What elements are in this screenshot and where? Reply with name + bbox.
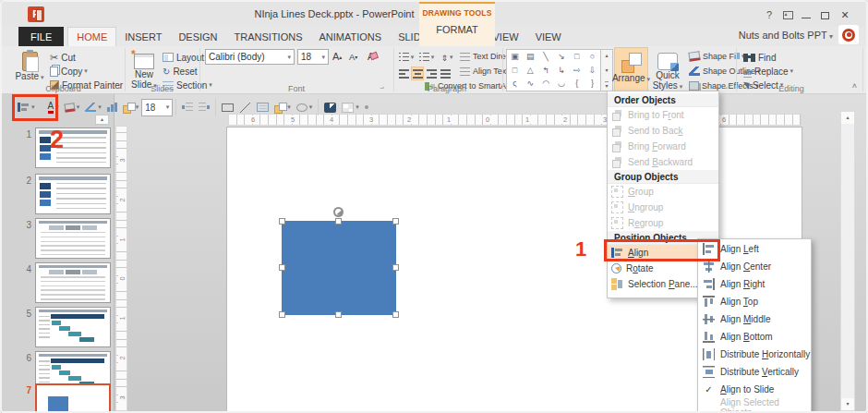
scroll-down-button[interactable]: ▾ bbox=[841, 398, 854, 410]
tab-animations[interactable]: ANIMATIONS bbox=[311, 27, 391, 46]
qat-edit-shape-button[interactable] bbox=[321, 97, 339, 117]
menu-item-send-to-back: Send to Back bbox=[608, 123, 718, 139]
tab-insert[interactable]: INSERT bbox=[116, 27, 170, 46]
qat-more-button[interactable] bbox=[362, 97, 371, 117]
shape-outline-icon bbox=[689, 67, 700, 76]
tab-view[interactable]: VIEW bbox=[527, 27, 570, 46]
align-left-button[interactable] bbox=[397, 67, 410, 80]
quick-styles-icon bbox=[657, 53, 678, 70]
font-dialog-launcher[interactable]: ⌐ bbox=[380, 84, 384, 92]
restore-button[interactable] bbox=[816, 7, 833, 22]
scroll-up-button[interactable]: ▴ bbox=[841, 112, 854, 124]
font-family-combo[interactable]: Calibri (Body) bbox=[205, 49, 295, 65]
qat-table-button[interactable] bbox=[339, 97, 362, 117]
distribute-vertically-icon bbox=[703, 366, 715, 378]
resize-handle-e[interactable] bbox=[392, 264, 399, 271]
scroll-up-icon[interactable]: ▴ bbox=[605, 52, 608, 58]
close-button[interactable] bbox=[837, 7, 853, 22]
submenu-item-distribute-horizontally[interactable]: Distribute Horizontally bbox=[698, 346, 811, 363]
tab-design[interactable]: DESIGN bbox=[170, 27, 225, 46]
qat-indent-increase-button[interactable] bbox=[196, 97, 212, 117]
cut-button[interactable]: Cut bbox=[50, 50, 76, 65]
tab-format[interactable]: FORMAT bbox=[419, 24, 495, 35]
qat-rectangle-button[interactable] bbox=[219, 97, 236, 117]
resize-handle-sw[interactable] bbox=[279, 311, 285, 318]
shapes-gallery[interactable]: ▣▤╲↘□○ □△↰↳⇨⇩ ς∿◠◡{} bbox=[506, 49, 601, 91]
resize-handle-s[interactable] bbox=[335, 311, 342, 318]
align-text-icon bbox=[460, 67, 470, 76]
ribbon-display-options-button[interactable] bbox=[779, 7, 796, 22]
slide-thumbnail-5[interactable]: 5 bbox=[2, 307, 115, 347]
layout-button[interactable]: Layout bbox=[163, 50, 210, 65]
oval-icon bbox=[296, 103, 307, 112]
qat-more-shapes-button[interactable] bbox=[271, 97, 294, 117]
slide-3-preview[interactable] bbox=[35, 218, 111, 259]
paragraph-dialog-launcher[interactable]: ⌐ bbox=[490, 84, 495, 92]
qat-indent-decrease-button[interactable] bbox=[179, 97, 196, 117]
drawing-dialog-launcher[interactable]: ⌐ bbox=[723, 84, 728, 92]
slide-7-preview[interactable] bbox=[35, 383, 111, 413]
submenu-item-distribute-vertically[interactable]: Distribute Vertically bbox=[698, 363, 811, 381]
slide-2-preview[interactable] bbox=[35, 174, 111, 214]
gallery-more-icon[interactable]: ▾ bbox=[605, 81, 608, 89]
slide-thumbnail-7[interactable]: 7 bbox=[2, 383, 115, 413]
qat-shape-fill-button[interactable] bbox=[62, 97, 83, 117]
slide-thumbnail-4[interactable]: 4 bbox=[2, 262, 115, 303]
tab-file[interactable]: FILE bbox=[18, 27, 64, 46]
resize-handle-se[interactable] bbox=[392, 311, 399, 318]
reset-button[interactable]: Reset bbox=[163, 64, 198, 79]
slide-1-preview[interactable] bbox=[35, 128, 111, 168]
line-spacing-button[interactable] bbox=[438, 50, 456, 64]
qat-shapes-button[interactable] bbox=[120, 97, 142, 117]
submenu-item-align-middle[interactable]: Align Middle bbox=[698, 310, 811, 328]
qat-line-button[interactable] bbox=[236, 97, 254, 117]
minimize-button[interactable] bbox=[798, 7, 814, 22]
tab-home[interactable]: HOME bbox=[67, 27, 116, 46]
bullets-button[interactable] bbox=[397, 50, 416, 64]
replace-button[interactable]: Replace bbox=[743, 64, 793, 79]
rotate-handle[interactable] bbox=[333, 207, 344, 217]
vertical-scrollbar[interactable]: ▴ ▾ bbox=[840, 111, 855, 411]
slide-5-preview[interactable] bbox=[35, 307, 111, 347]
quick-styles-button[interactable]: Quick Styles bbox=[649, 47, 686, 92]
ruler-number: 3 bbox=[118, 154, 127, 166]
slide-thumbnail-2[interactable]: 2 bbox=[2, 174, 115, 214]
resize-handle-ne[interactable] bbox=[392, 218, 399, 225]
slide-thumbnail-3[interactable]: 3 bbox=[2, 218, 115, 259]
selected-rectangle-shape[interactable] bbox=[282, 221, 396, 315]
grow-font-button[interactable]: A▴ bbox=[332, 49, 342, 64]
help-button[interactable]: ? bbox=[761, 7, 778, 22]
collapse-ribbon-button[interactable]: ˄ bbox=[852, 81, 857, 91]
account-name[interactable]: Nuts and Bolts PPT bbox=[739, 30, 833, 41]
shape-effects-icon bbox=[689, 81, 699, 91]
slide-4-preview[interactable] bbox=[35, 262, 111, 303]
account-logo-button[interactable] bbox=[838, 25, 859, 44]
shrink-font-button[interactable]: A▾ bbox=[349, 49, 357, 64]
submenu-item-align-to-slide[interactable]: Align to Slide bbox=[698, 381, 811, 398]
resize-handle-w[interactable] bbox=[279, 264, 285, 271]
menu-item-bring-forward: Bring Forward bbox=[608, 139, 718, 154]
arrange-button[interactable]: Arrange bbox=[614, 47, 648, 92]
qat-shape-outline-button[interactable] bbox=[82, 97, 104, 117]
qat-font-size-combo[interactable]: 18 bbox=[141, 99, 173, 116]
submenu-item-align-right[interactable]: Align Right bbox=[698, 275, 811, 293]
qat-oval-button[interactable] bbox=[294, 97, 316, 117]
copy-button[interactable]: Copy bbox=[50, 64, 88, 79]
submenu-item-align-bottom[interactable]: Align Bottom bbox=[698, 328, 811, 346]
clipboard-dialog-launcher[interactable]: ⌐ bbox=[116, 84, 121, 92]
tab-transitions[interactable]: TRANSITIONS bbox=[226, 27, 311, 46]
font-size-combo[interactable]: 18 bbox=[297, 49, 329, 65]
shapes-gallery-scroll[interactable]: ▴▾▾ bbox=[601, 49, 613, 91]
numbering-icon bbox=[419, 53, 429, 61]
numbering-button[interactable] bbox=[417, 50, 436, 64]
scroll-down-icon[interactable]: ▾ bbox=[605, 67, 608, 73]
powerpoint-app-icon: P bbox=[28, 6, 44, 22]
submenu-item-align-top[interactable]: Align Top bbox=[698, 293, 811, 310]
clear-formatting-button[interactable]: A bbox=[368, 49, 374, 64]
qat-chart-button[interactable] bbox=[104, 97, 120, 117]
qat-text-box-button[interactable] bbox=[254, 97, 271, 117]
resize-handle-n[interactable] bbox=[335, 218, 342, 225]
resize-handle-nw[interactable] bbox=[279, 218, 285, 225]
find-button[interactable]: Find bbox=[743, 50, 776, 65]
align-center-button[interactable] bbox=[411, 67, 424, 80]
